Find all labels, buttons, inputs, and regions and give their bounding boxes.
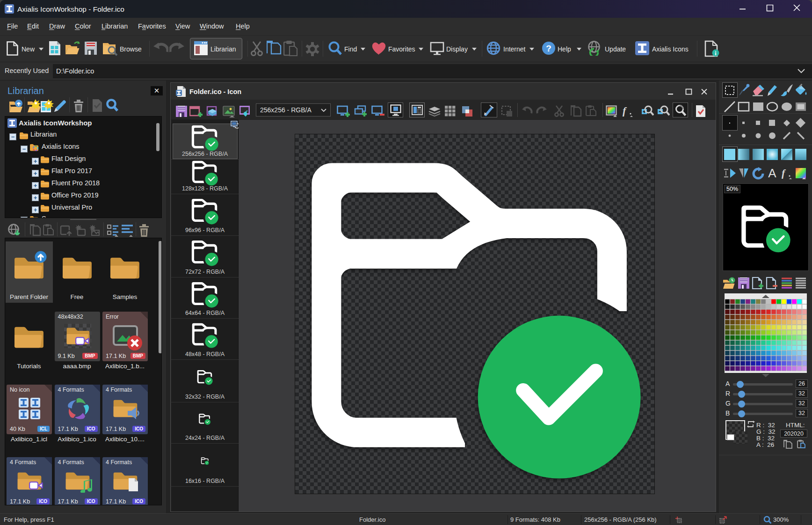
svg-text:?: ? (546, 44, 551, 53)
svg-text:A: A (768, 167, 776, 179)
svg-text:f: f (623, 105, 627, 117)
svg-text:f: f (782, 167, 786, 179)
